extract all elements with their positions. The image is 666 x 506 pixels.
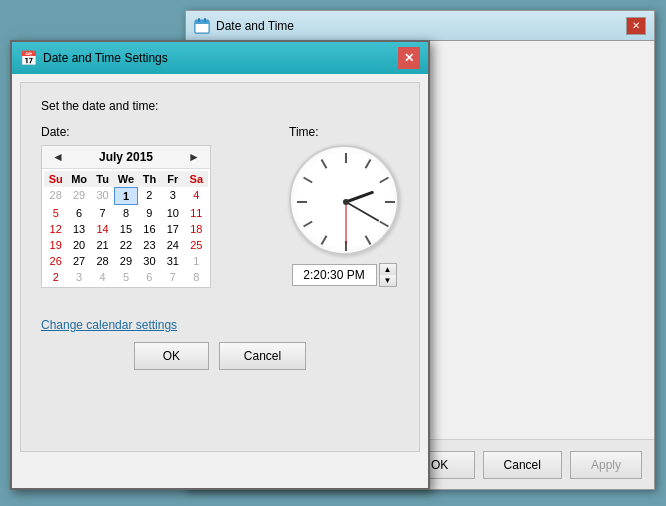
cal-day[interactable]: 19 — [44, 237, 67, 253]
calendar-section: Date: ◄ July 2015 ► Su Mo Tu We — [41, 125, 269, 332]
cal-day[interactable]: 16 — [138, 221, 161, 237]
main-cancel-button[interactable]: Cancel — [483, 451, 562, 479]
time-decrement-button[interactable]: ▼ — [380, 275, 396, 286]
cal-day[interactable]: 6 — [138, 269, 161, 285]
cal-day[interactable]: 13 — [67, 221, 90, 237]
calendar: ◄ July 2015 ► Su Mo Tu We Th Fr — [41, 145, 211, 288]
cal-day-today[interactable]: 1 — [114, 187, 137, 205]
cal-day[interactable]: 24 — [161, 237, 184, 253]
main-titlebar: Date and Time ✕ — [186, 11, 654, 41]
main-apply-button[interactable]: Apply — [570, 451, 642, 479]
cal-day[interactable]: 3 — [161, 187, 184, 205]
main-window-title: Date and Time — [216, 19, 294, 33]
time-label: Time: — [289, 125, 319, 139]
cal-day[interactable]: 27 — [67, 253, 90, 269]
date-time-container: Date: ◄ July 2015 ► Su Mo Tu We — [41, 125, 399, 332]
svg-point-20 — [343, 199, 349, 205]
cal-day[interactable]: 26 — [44, 253, 67, 269]
cal-day[interactable]: 22 — [114, 237, 137, 253]
settings-close-button[interactable]: ✕ — [398, 47, 420, 69]
svg-line-9 — [380, 222, 389, 227]
time-input[interactable] — [292, 264, 377, 286]
next-month-button[interactable]: ► — [184, 150, 204, 164]
settings-titlebar: 📅 Date and Time Settings ✕ — [12, 42, 428, 74]
calendar-week-1: 28 29 30 1 2 3 4 — [44, 187, 208, 205]
cal-day[interactable]: 11 — [185, 205, 208, 221]
cal-day[interactable]: 3 — [67, 269, 90, 285]
change-calendar-settings-link[interactable]: Change calendar settings — [41, 318, 177, 332]
day-header-we: We — [114, 171, 137, 187]
cal-day[interactable]: 7 — [91, 205, 114, 221]
day-header-fr: Fr — [161, 171, 184, 187]
svg-line-13 — [304, 222, 313, 227]
cal-day[interactable]: 6 — [67, 205, 90, 221]
settings-dialog-title: Date and Time Settings — [43, 51, 168, 65]
cal-day[interactable]: 10 — [161, 205, 184, 221]
cal-day[interactable]: 30 — [138, 253, 161, 269]
cal-day[interactable]: 21 — [91, 237, 114, 253]
svg-line-15 — [304, 178, 313, 183]
settings-calendar-icon: 📅 — [20, 50, 37, 66]
calendar-week-4: 19 20 21 22 23 24 25 — [44, 237, 208, 253]
cal-day[interactable]: 18 — [185, 221, 208, 237]
svg-line-6 — [366, 160, 371, 169]
main-close-button[interactable]: ✕ — [626, 17, 646, 35]
settings-cancel-button[interactable]: Cancel — [219, 342, 306, 370]
cal-day[interactable]: 4 — [91, 269, 114, 285]
cal-day[interactable]: 20 — [67, 237, 90, 253]
cal-day[interactable]: 28 — [91, 253, 114, 269]
cal-day[interactable]: 9 — [138, 205, 161, 221]
cal-day[interactable]: 30 — [91, 187, 114, 205]
dialog-footer: OK Cancel — [41, 332, 399, 376]
cal-day[interactable]: 29 — [114, 253, 137, 269]
calendar-header: ◄ July 2015 ► — [42, 146, 210, 169]
svg-line-16 — [322, 160, 327, 169]
time-spinner: ▲ ▼ — [379, 263, 397, 287]
cal-day[interactable]: 4 — [185, 187, 208, 205]
cal-day[interactable]: 2 — [138, 187, 161, 205]
day-header-th: Th — [138, 171, 161, 187]
calendar-month-year: July 2015 — [99, 150, 153, 164]
svg-line-7 — [380, 178, 389, 183]
cal-day[interactable]: 2 — [44, 269, 67, 285]
cal-day[interactable]: 15 — [114, 221, 137, 237]
cal-day[interactable]: 17 — [161, 221, 184, 237]
cal-day[interactable]: 12 — [44, 221, 67, 237]
cal-day[interactable]: 14 — [91, 221, 114, 237]
day-header-su: Su — [44, 171, 67, 187]
set-date-time-label: Set the date and time: — [41, 99, 399, 113]
calendar-week-3: 12 13 14 15 16 17 18 — [44, 221, 208, 237]
cal-day[interactable]: 8 — [185, 269, 208, 285]
cal-day[interactable]: 7 — [161, 269, 184, 285]
day-header-sa: Sa — [185, 171, 208, 187]
svg-line-18 — [346, 202, 378, 221]
cal-day[interactable]: 28 — [44, 187, 67, 205]
day-header-mo: Mo — [67, 171, 90, 187]
titlebar-left: Date and Time — [194, 18, 294, 34]
calendar-week-2: 5 6 7 8 9 10 11 — [44, 205, 208, 221]
settings-dialog: 📅 Date and Time Settings ✕ Set the date … — [10, 40, 430, 490]
svg-rect-2 — [195, 20, 209, 24]
day-header-tu: Tu — [91, 171, 114, 187]
cal-day[interactable]: 5 — [114, 269, 137, 285]
cal-day[interactable]: 8 — [114, 205, 137, 221]
time-input-row: ▲ ▼ — [292, 263, 397, 287]
clock-ticks — [291, 147, 401, 257]
cal-day[interactable]: 29 — [67, 187, 90, 205]
settings-ok-button[interactable]: OK — [134, 342, 209, 370]
analog-clock — [289, 145, 399, 255]
date-label: Date: — [41, 125, 269, 139]
cal-day[interactable]: 23 — [138, 237, 161, 253]
calendar-grid: Su Mo Tu We Th Fr Sa 28 29 30 — [42, 169, 210, 287]
svg-rect-4 — [204, 18, 206, 22]
time-increment-button[interactable]: ▲ — [380, 264, 396, 275]
svg-line-10 — [366, 236, 371, 245]
cal-day[interactable]: 25 — [185, 237, 208, 253]
svg-line-17 — [346, 192, 372, 202]
cal-day[interactable]: 5 — [44, 205, 67, 221]
prev-month-button[interactable]: ◄ — [48, 150, 68, 164]
cal-day[interactable]: 1 — [185, 253, 208, 269]
calendar-week-5: 26 27 28 29 30 31 1 — [44, 253, 208, 269]
calendar-day-headers: Su Mo Tu We Th Fr Sa — [44, 171, 208, 187]
cal-day[interactable]: 31 — [161, 253, 184, 269]
